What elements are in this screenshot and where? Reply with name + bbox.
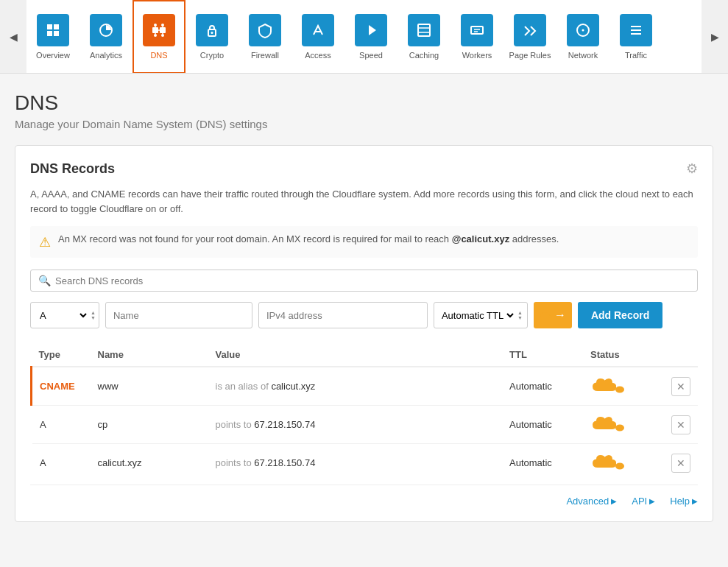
dns-records-table: Type Name Value TTL Status CNAME www is …	[30, 343, 698, 482]
nav-label-firewall: Firewall	[251, 51, 279, 60]
nav-item-dns[interactable]: DNS	[132, 0, 185, 74]
nav-item-crypto[interactable]: Crypto	[185, 0, 238, 74]
search-bar: 🔍	[30, 270, 698, 292]
svg-point-32	[615, 387, 624, 393]
nav-item-pagerules[interactable]: Page Rules	[503, 0, 556, 74]
delete-button[interactable]: ✕	[671, 377, 690, 396]
record-type-a-calicut: A	[32, 444, 91, 482]
dns-icon	[143, 14, 175, 46]
svg-point-34	[615, 463, 624, 470]
advanced-link[interactable]: Advanced ▶	[566, 496, 617, 507]
nav-item-overview[interactable]: Overview	[26, 0, 79, 74]
dns-records-card: DNS Records ⚙ A, AAAA, and CNAME records…	[15, 145, 713, 522]
svg-point-17	[211, 32, 213, 34]
record-value-www: is an alias of calicut.xyz	[208, 367, 503, 406]
cloud-status-icon[interactable]	[590, 413, 629, 436]
caching-icon	[408, 14, 440, 46]
warning-text: An MX record was not found for your root…	[58, 233, 559, 244]
svg-point-27	[582, 29, 584, 31]
cloud-toggle-button[interactable]: →	[534, 302, 572, 328]
nav-scroll-right[interactable]: ▶	[702, 0, 728, 74]
svg-point-8	[161, 24, 164, 27]
record-status-www	[583, 367, 664, 406]
top-navigation: ◀ Overview Analytics	[0, 0, 728, 74]
nav-item-firewall[interactable]: Firewall	[238, 0, 291, 74]
ttl-select-wrap: Automatic TTL 1 min 2 min 5 min ▲ ▼	[434, 302, 528, 328]
type-select[interactable]: A AAAA CNAME MX TXT	[34, 309, 89, 322]
cloud-arrow: →	[554, 309, 566, 322]
cloud-status-icon[interactable]	[590, 375, 629, 398]
add-record-button[interactable]: Add Record	[578, 302, 662, 328]
col-status: Status	[583, 343, 664, 367]
page-title: DNS	[15, 91, 713, 115]
card-description: A, AAAA, and CNAME records can have thei…	[30, 187, 698, 216]
type-spinner-up[interactable]: ▲	[91, 310, 96, 315]
value-input[interactable]	[258, 302, 428, 328]
page-content: DNS Manage your Domain Name System (DNS)…	[0, 74, 728, 540]
record-value-calicut: points to 67.218.150.74	[208, 444, 503, 482]
search-icon: 🔍	[38, 275, 51, 286]
firewall-icon	[249, 14, 281, 46]
traffic-icon	[620, 14, 652, 46]
record-ttl-calicut: Automatic	[502, 444, 583, 482]
help-link[interactable]: Help ▶	[670, 496, 698, 507]
record-type-a-cp: A	[32, 406, 91, 444]
api-link[interactable]: API ▶	[632, 496, 655, 507]
delete-button[interactable]: ✕	[671, 415, 690, 434]
nav-item-access[interactable]: Access	[291, 0, 344, 74]
type-select-wrap: A AAAA CNAME MX TXT ▲ ▼	[30, 302, 99, 328]
table-row: CNAME www is an alias of calicut.xyz Aut…	[32, 367, 699, 406]
nav-label-caching: Caching	[409, 51, 439, 60]
nav-items-container: Overview Analytics	[26, 0, 702, 74]
svg-rect-1	[54, 24, 59, 29]
col-ttl: TTL	[502, 343, 583, 367]
col-value: Value	[208, 343, 503, 367]
nav-item-speed[interactable]: Speed	[344, 0, 397, 74]
settings-icon[interactable]: ⚙	[686, 161, 698, 177]
ttl-spinner-up[interactable]: ▲	[517, 310, 523, 315]
analytics-icon	[90, 14, 122, 46]
record-name-www: www	[91, 367, 208, 406]
api-chevron: ▶	[649, 497, 655, 505]
access-icon	[302, 14, 334, 46]
type-spinner-down[interactable]: ▼	[91, 315, 96, 320]
record-delete-cp: ✕	[664, 406, 698, 444]
ttl-select[interactable]: Automatic TTL 1 min 2 min 5 min	[439, 309, 516, 322]
nav-item-analytics[interactable]: Analytics	[79, 0, 132, 74]
record-ttl-cp: Automatic	[502, 406, 583, 444]
svg-point-31	[548, 316, 551, 318]
overview-icon	[37, 14, 69, 46]
nav-item-caching[interactable]: Caching	[397, 0, 450, 74]
advanced-chevron: ▶	[611, 497, 617, 505]
nav-item-traffic[interactable]: Traffic	[609, 0, 662, 74]
svg-point-9	[154, 34, 157, 37]
svg-rect-3	[54, 31, 59, 36]
network-icon	[567, 14, 599, 46]
card-title: DNS Records	[30, 161, 115, 177]
ttl-spinner-down[interactable]: ▼	[517, 315, 523, 320]
page-subtitle: Manage your Domain Name System (DNS) set…	[15, 118, 713, 130]
svg-rect-6	[160, 27, 166, 33]
record-name-calicut: calicut.xyz	[91, 444, 208, 482]
delete-button[interactable]: ✕	[671, 454, 690, 473]
nav-scroll-left[interactable]: ◀	[0, 0, 26, 74]
nav-label-network: Network	[568, 51, 598, 60]
svg-rect-0	[47, 24, 52, 29]
cloud-status-icon[interactable]	[590, 451, 629, 474]
pagerules-icon	[514, 14, 546, 46]
record-ttl-www: Automatic	[502, 367, 583, 406]
nav-label-workers: Workers	[462, 51, 492, 60]
nav-label-dns: DNS	[150, 51, 167, 60]
table-row: A cp points to 67.218.150.74 Automatic	[32, 406, 699, 444]
record-status-calicut	[583, 444, 664, 482]
record-delete-calicut: ✕	[664, 444, 698, 482]
card-footer: Advanced ▶ API ▶ Help ▶	[30, 485, 698, 507]
warning-banner: ⚠ An MX record was not found for your ro…	[30, 226, 698, 258]
nav-label-crypto: Crypto	[200, 51, 224, 60]
svg-marker-19	[369, 25, 376, 35]
search-input[interactable]	[55, 275, 690, 286]
name-input[interactable]	[105, 302, 252, 328]
nav-item-network[interactable]: Network	[556, 0, 609, 74]
svg-point-10	[161, 34, 164, 37]
nav-item-workers[interactable]: Workers	[450, 0, 503, 74]
